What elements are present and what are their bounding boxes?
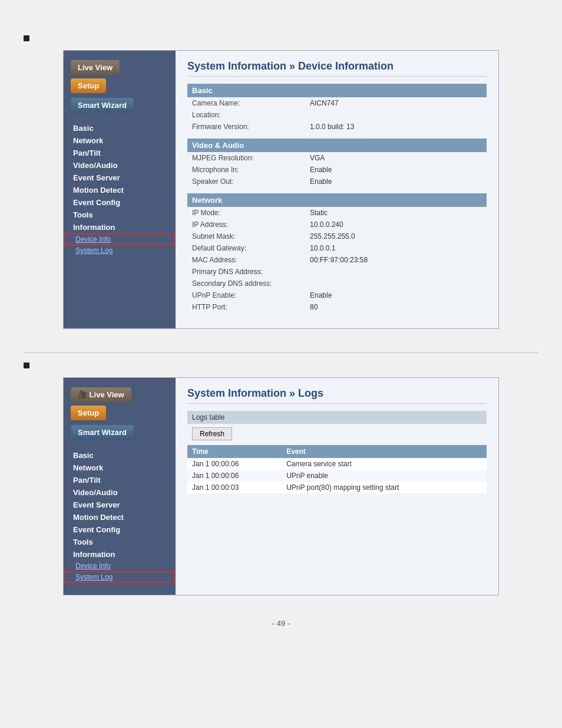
value-location — [305, 109, 487, 121]
label-location: Location: — [187, 109, 305, 121]
sidebar-item-basic-2[interactable]: Basic — [64, 449, 176, 462]
table-row: MAC Address: 00:FF:97:00:23:58 — [187, 254, 487, 266]
liveview-button-1[interactable]: Live View — [71, 60, 120, 75]
sidebar-item-eventconfig-2[interactable]: Event Config — [64, 523, 176, 536]
label-upnp: UPnP Enable: — [187, 289, 305, 301]
table-row: HTTP Port: 80 — [187, 301, 487, 313]
table-row: Subnet Mask: 255.255.255.0 — [187, 230, 487, 242]
sidebar-item-tools-1[interactable]: Tools — [64, 209, 176, 221]
table-row: MJPEG Resolution: VGA — [187, 152, 487, 164]
sidebar-item-eventconfig-1[interactable]: Event Config — [64, 196, 176, 209]
value-mic: Enable — [305, 164, 487, 176]
section-indicator-1 — [24, 35, 29, 41]
smartwizard-button-1[interactable]: Smart Wizard — [71, 98, 134, 113]
table-row: UPnP Enable: Enable — [187, 289, 487, 301]
setup-button-2[interactable]: Setup — [71, 406, 106, 420]
value-mjpeg: VGA — [305, 152, 487, 164]
log-row: Jan 1 00:00:06 UPnP enable — [187, 470, 487, 482]
logs-table: Time Event Jan 1 00:00:06 Camera service… — [187, 445, 487, 493]
label-subnet: Subnet Mask: — [187, 230, 305, 242]
panel1-title: System Information » Device Information — [187, 60, 487, 77]
value-mac: 00:FF:97:00:23:58 — [305, 254, 487, 266]
panel-device-info: Live View Setup Smart Wizard Basic Netwo… — [63, 50, 499, 329]
sidebar-item-videoaudio-2[interactable]: Video/Audio — [64, 486, 176, 499]
label-firmware: Firmware Version: — [187, 121, 305, 133]
value-speaker: Enable — [305, 176, 487, 187]
logs-table-header: Logs table — [187, 411, 487, 424]
logs-table-header-row: Time Event — [187, 445, 487, 458]
sidebar-deviceinfo-link-1[interactable]: Device Info — [64, 233, 176, 245]
sidebar-systemlog-link-2[interactable]: System Log — [64, 571, 176, 583]
section-indicator-2 — [24, 363, 29, 368]
sidebar-item-pantilt-1[interactable]: Pan/Tilt — [64, 147, 176, 159]
sidebar-systemlog-link-1[interactable]: System Log — [64, 245, 176, 256]
table-row: Firmware Version: 1.0.0 build: 13 — [187, 121, 487, 133]
value-gateway: 10.0.0.1 — [305, 242, 487, 254]
table-row: IP Mode: Static — [187, 207, 487, 219]
main-content-panel2: System Information » Logs Logs table Ref… — [176, 378, 498, 595]
separator — [24, 353, 538, 353]
sidebar-item-motiondetect-2[interactable]: Motion Detect — [64, 511, 176, 523]
sidebar-item-tools-2[interactable]: Tools — [64, 536, 176, 548]
log-time-3: Jan 1 00:00:03 — [187, 482, 282, 493]
table-row: Microphone In: Enable — [187, 164, 487, 176]
log-time-2: Jan 1 00:00:06 — [187, 470, 282, 482]
main-content-panel1: System Information » Device Information … — [176, 51, 498, 328]
sidebar-panel2: 🎥 Live View Setup Smart Wizard Basic Net… — [64, 378, 176, 595]
basic-section-header: Basic — [187, 84, 487, 97]
liveview-button-2[interactable]: 🎥 Live View — [71, 387, 131, 402]
sidebar-item-videoaudio-1[interactable]: Video/Audio — [64, 159, 176, 172]
value-camera-name: AICN747 — [305, 97, 487, 109]
value-ipmode: Static — [305, 207, 487, 219]
label-ipaddress: IP Address: — [187, 219, 305, 230]
value-subnet: 255.255.255.0 — [305, 230, 487, 242]
log-event-3: UPnP port(80) mapping setting start — [282, 482, 487, 493]
label-mic: Microphone In: — [187, 164, 305, 176]
value-upnp: Enable — [305, 289, 487, 301]
sidebar-item-pantilt-2[interactable]: Pan/Tilt — [64, 474, 176, 486]
value-ipaddress: 10.0.0.240 — [305, 219, 487, 230]
table-row: Camera Name: AICN747 — [187, 97, 487, 109]
videoaudio-section-header: Video & Audio — [187, 139, 487, 152]
sidebar-item-basic-1[interactable]: Basic — [64, 122, 176, 134]
label-httpport: HTTP Port: — [187, 301, 305, 313]
log-event-2: UPnP enable — [282, 470, 487, 482]
label-gateway: Default Gateway: — [187, 242, 305, 254]
value-primarydns — [305, 266, 487, 278]
label-ipmode: IP Mode: — [187, 207, 305, 219]
label-speaker: Speaker Out: — [187, 176, 305, 187]
label-camera-name: Camera Name: — [187, 97, 305, 109]
label-mjpeg: MJPEG Resolution: — [187, 152, 305, 164]
sidebar-item-network-1[interactable]: Network — [64, 134, 176, 147]
sidebar-item-information-2[interactable]: Information — [64, 548, 176, 561]
sidebar-item-network-2[interactable]: Network — [64, 462, 176, 474]
network-section-header: Network — [187, 193, 487, 207]
sidebar-item-eventserver-2[interactable]: Event Server — [64, 499, 176, 511]
sidebar-item-eventserver-1[interactable]: Event Server — [64, 172, 176, 184]
table-row: Default Gateway: 10.0.0.1 — [187, 242, 487, 254]
table-row: Secondary DNS address: — [187, 278, 487, 289]
label-primarydns: Primary DNS Address: — [187, 266, 305, 278]
table-row: Primary DNS Address: — [187, 266, 487, 278]
value-httpport: 80 — [305, 301, 487, 313]
smartwizard-button-2[interactable]: Smart Wizard — [71, 425, 134, 440]
videoaudio-info-table: MJPEG Resolution: VGA Microphone In: Ena… — [187, 152, 487, 187]
log-row: Jan 1 00:00:06 Camera service start — [187, 458, 487, 470]
label-secondarydns: Secondary DNS address: — [187, 278, 305, 289]
setup-button-1[interactable]: Setup — [71, 78, 106, 93]
table-row: IP Address: 10.0.0.240 — [187, 219, 487, 230]
page-number: - 49 - — [24, 619, 538, 628]
log-time-1: Jan 1 00:00:06 — [187, 458, 282, 470]
sidebar-item-motiondetect-1[interactable]: Motion Detect — [64, 184, 176, 196]
refresh-button[interactable]: Refresh — [192, 427, 232, 440]
sidebar-panel1: Live View Setup Smart Wizard Basic Netwo… — [64, 51, 176, 328]
table-row: Location: — [187, 109, 487, 121]
sidebar-deviceinfo-link-2[interactable]: Device Info — [64, 561, 176, 571]
basic-info-table: Camera Name: AICN747 Location: Firmware … — [187, 97, 487, 133]
sidebar-item-information-1[interactable]: Information — [64, 221, 176, 233]
value-secondarydns — [305, 278, 487, 289]
log-row: Jan 1 00:00:03 UPnP port(80) mapping set… — [187, 482, 487, 493]
panel-system-log: 🎥 Live View Setup Smart Wizard Basic Net… — [63, 377, 499, 595]
col-event-header: Event — [282, 445, 487, 458]
col-time-header: Time — [187, 445, 282, 458]
